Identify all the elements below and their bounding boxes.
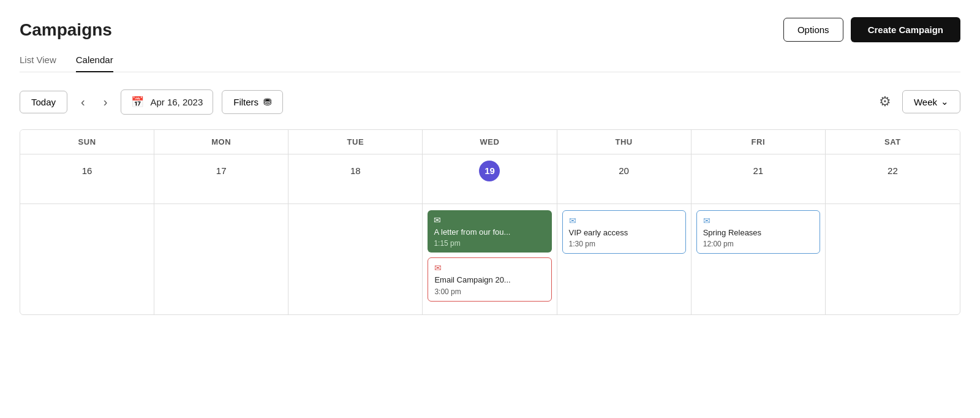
date-17: 17 <box>211 161 232 181</box>
event-title: Spring Releases <box>703 228 813 238</box>
chevron-down-icon: ⌄ <box>941 96 949 107</box>
calendar-grid: SUN MON TUE WED THU FRI SAT 16 17 18 19 … <box>20 129 960 315</box>
date-picker[interactable]: 📅 Apr 16, 2023 <box>121 89 213 115</box>
email-icon: ✉ <box>703 216 813 226</box>
prev-arrow-button[interactable]: ‹ <box>76 92 90 112</box>
filters-button[interactable]: Filters ⛃ <box>222 90 283 114</box>
cal-cell-sat[interactable]: 22 <box>826 154 960 203</box>
calendar-events-row: ✉ A letter from our fou... 1:15 pm ✉ Ema… <box>20 203 960 314</box>
cal-cell-sun[interactable]: 16 <box>20 154 154 203</box>
events-mon <box>154 204 288 314</box>
events-wed: ✉ A letter from our fou... 1:15 pm ✉ Ema… <box>423 204 557 314</box>
calendar-icon: 📅 <box>131 96 144 108</box>
events-sun <box>20 204 154 314</box>
today-button[interactable]: Today <box>20 91 67 113</box>
email-icon: ✉ <box>434 263 545 273</box>
event-vip-early-access[interactable]: ✉ VIP early access 1:30 pm <box>562 210 686 254</box>
events-fri: ✉ Spring Releases 12:00 pm <box>692 204 826 314</box>
date-18: 18 <box>345 161 366 181</box>
view-tabs: List View Calendar <box>20 55 960 72</box>
day-header-sat: SAT <box>826 130 960 154</box>
tab-calendar[interactable]: Calendar <box>76 55 113 72</box>
date-20: 20 <box>614 161 635 181</box>
event-letter-from-founder[interactable]: ✉ A letter from our fou... 1:15 pm <box>428 210 551 253</box>
day-header-sun: SUN <box>20 130 154 154</box>
events-sat <box>826 204 960 314</box>
filter-icon: ⛃ <box>263 96 271 108</box>
calendar-toolbar: Today ‹ › 📅 Apr 16, 2023 Filters ⛃ ⚙ Wee… <box>20 89 960 115</box>
event-title: VIP early access <box>569 228 679 238</box>
event-title: Email Campaign 20... <box>434 275 545 286</box>
create-campaign-button[interactable]: Create Campaign <box>851 17 960 42</box>
day-header-thu: THU <box>557 130 692 154</box>
week-label: Week <box>914 97 937 107</box>
events-tue <box>288 204 423 314</box>
email-icon: ✉ <box>434 215 545 225</box>
date-picker-value: Apr 16, 2023 <box>150 97 203 107</box>
settings-button[interactable]: ⚙ <box>876 91 894 112</box>
cal-cell-thu[interactable]: 20 <box>557 154 692 203</box>
cal-cell-fri[interactable]: 21 <box>692 154 826 203</box>
options-button[interactable]: Options <box>783 18 843 42</box>
event-time: 12:00 pm <box>703 240 813 248</box>
cal-cell-wed[interactable]: 19 <box>423 154 557 203</box>
day-header-fri: FRI <box>692 130 826 154</box>
cal-cell-mon[interactable]: 17 <box>154 154 288 203</box>
date-19-today: 19 <box>479 161 500 181</box>
date-21: 21 <box>748 161 769 181</box>
event-email-campaign-20[interactable]: ✉ Email Campaign 20... 3:00 pm <box>428 257 551 302</box>
page-title: Campaigns <box>20 20 112 40</box>
date-16: 16 <box>77 161 97 181</box>
week-view-button[interactable]: Week ⌄ <box>902 90 960 113</box>
event-time: 3:00 pm <box>434 287 545 296</box>
event-time: 1:30 pm <box>569 240 679 248</box>
event-time: 1:15 pm <box>434 239 545 248</box>
page-header: Campaigns Options Create Campaign <box>20 17 960 42</box>
event-spring-releases[interactable]: ✉ Spring Releases 12:00 pm <box>696 210 820 254</box>
events-thu: ✉ VIP early access 1:30 pm <box>557 204 692 314</box>
tab-list-view[interactable]: List View <box>20 55 56 72</box>
day-header-wed: WED <box>423 130 557 154</box>
next-arrow-button[interactable]: › <box>99 92 113 112</box>
date-22: 22 <box>882 161 903 181</box>
event-title: A letter from our fou... <box>434 227 545 238</box>
calendar-day-headers: SUN MON TUE WED THU FRI SAT <box>20 130 960 154</box>
header-actions: Options Create Campaign <box>783 17 960 42</box>
day-header-tue: TUE <box>288 130 423 154</box>
calendar-dates-row: 16 17 18 19 20 21 22 <box>20 154 960 203</box>
filters-label: Filters <box>233 97 258 107</box>
campaigns-page: Campaigns Options Create Campaign List V… <box>0 0 980 418</box>
cal-cell-tue[interactable]: 18 <box>288 154 423 203</box>
day-header-mon: MON <box>154 130 288 154</box>
email-icon: ✉ <box>569 216 679 226</box>
